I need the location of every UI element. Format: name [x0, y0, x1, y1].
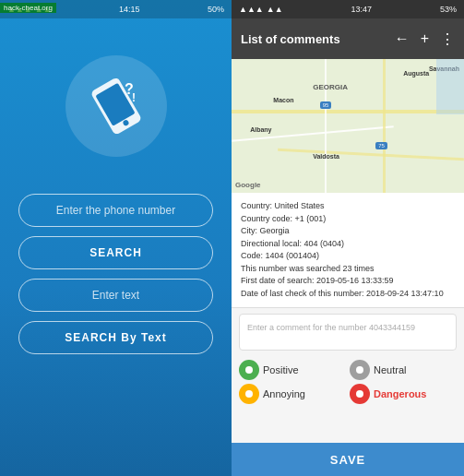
- state-label-georgia: GEORGIA: [313, 83, 348, 91]
- right-panel: ▲▲▲ ▲▲ 13:47 53% List of comments ← + ⋮ …: [232, 0, 464, 476]
- save-button-area[interactable]: SAVE: [232, 443, 464, 476]
- radio-label-dangerous: Dangerous: [374, 388, 426, 399]
- watermark: hack-cheat.org: [0, 3, 56, 13]
- info-city: City: Georgia: [241, 225, 455, 238]
- phone-icon: ? !: [84, 74, 149, 138]
- back-button[interactable]: ←: [395, 30, 410, 47]
- right-time: 13:47: [351, 5, 373, 14]
- radio-options-area: Positive Neutral Annoying Dangerous: [232, 356, 464, 408]
- city-label-macon: Macon: [273, 97, 293, 103]
- info-last-check: Date of last check of this number: 2018-…: [241, 288, 455, 301]
- info-directional: Directional local: 404 (0404): [241, 238, 455, 251]
- interstate-95: 95: [320, 101, 332, 109]
- info-code: Code: 1404 (001404): [241, 250, 455, 263]
- city-label-albany: Albany: [250, 126, 271, 133]
- wifi-icon-right: ▲▲: [267, 5, 283, 14]
- radio-dangerous[interactable]: Dangerous: [350, 384, 457, 404]
- left-inputs: SEARCH SEARCH By Text: [0, 194, 232, 354]
- svg-text:!: !: [132, 91, 136, 104]
- signal-icon-right: ▲▲▲: [239, 5, 264, 14]
- radio-dot-dangerous: [350, 384, 370, 404]
- battery-icon-right: 53%: [440, 5, 457, 14]
- add-button[interactable]: +: [421, 30, 429, 47]
- search-button[interactable]: SEARCH: [18, 236, 213, 269]
- city-label-valdosta: Valdosta: [313, 153, 339, 160]
- app-bar-icons: ← + ⋮: [395, 30, 455, 48]
- google-logo: Google: [235, 181, 261, 189]
- search-by-text-button[interactable]: SEARCH By Text: [18, 321, 213, 354]
- info-box: Country: United States Country code: +1 …: [232, 193, 464, 308]
- radio-annoying[interactable]: Annoying: [239, 384, 346, 404]
- info-country: Country: United States: [241, 200, 455, 213]
- battery-icon-left: 50%: [208, 5, 224, 14]
- info-country-code: Country code: +1 (001): [241, 213, 455, 226]
- radio-dot-neutral: [350, 360, 370, 380]
- radio-dot-annoying: [239, 384, 259, 404]
- radio-label-positive: Positive: [263, 364, 299, 375]
- app-bar-title: List of comments: [241, 32, 340, 46]
- left-time: 14:15: [119, 5, 140, 14]
- comment-placeholder: Enter a comment for the number 404334415…: [247, 323, 415, 332]
- radio-label-neutral: Neutral: [374, 364, 406, 375]
- radio-label-annoying: Annoying: [263, 388, 305, 399]
- water-area: [436, 59, 464, 114]
- info-search-count: This number was searched 23 times: [241, 263, 455, 276]
- radio-positive[interactable]: Positive: [239, 360, 346, 380]
- save-button-label: SAVE: [330, 453, 365, 467]
- text-input[interactable]: [18, 279, 213, 312]
- city-label-augusta: Augusta: [403, 70, 429, 77]
- interstate-75: 75: [375, 142, 387, 149]
- map-area: 95 75 Augusta Savannah Macon Albany Vald…: [232, 59, 464, 193]
- info-first-search: First date of search: 2019-05-16 13:33:5…: [241, 275, 455, 288]
- radio-dot-positive: [239, 360, 259, 380]
- comment-input[interactable]: Enter a comment for the number 404334415…: [239, 314, 457, 351]
- app-bar: List of comments ← + ⋮: [232, 18, 464, 59]
- map-background: 95 75 Augusta Savannah Macon Albany Vald…: [232, 59, 464, 193]
- more-button[interactable]: ⋮: [440, 30, 455, 48]
- radio-neutral[interactable]: Neutral: [350, 360, 457, 380]
- left-panel: hack-cheat.org ▲▲▲ ▲▲ 14:15 50% ? ! SEAR…: [0, 0, 232, 476]
- phone-number-input[interactable]: [18, 194, 213, 227]
- status-icons-right: ▲▲▲ ▲▲: [239, 5, 283, 14]
- phone-logo-circle: ? !: [65, 55, 167, 157]
- status-bar-right: ▲▲▲ ▲▲ 13:47 53%: [232, 0, 464, 18]
